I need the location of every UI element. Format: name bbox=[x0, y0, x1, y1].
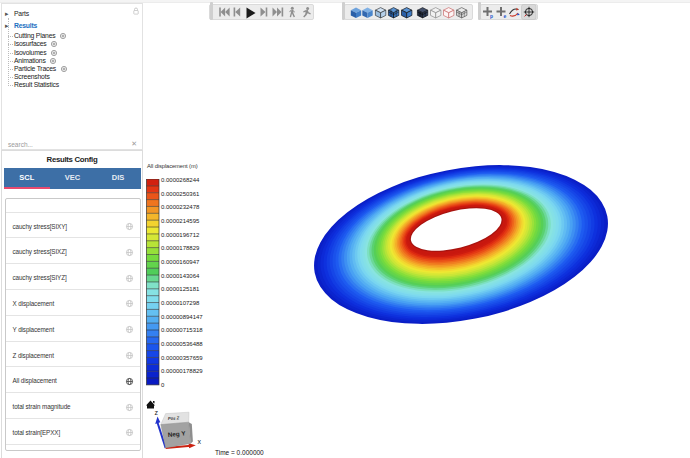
svg-text:z: z bbox=[155, 409, 159, 416]
svg-text:Pos Z: Pos Z bbox=[168, 415, 180, 421]
svg-text:x: x bbox=[198, 438, 202, 445]
